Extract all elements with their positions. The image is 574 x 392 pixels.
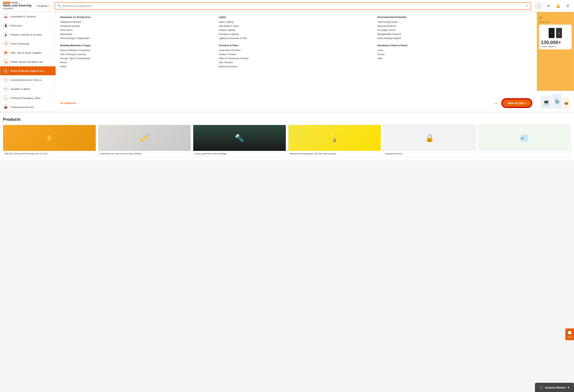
- shop-illustration: 💻 🏪 📦: [539, 94, 572, 109]
- product-icon-2: 🔦: [235, 134, 244, 142]
- sidebar-item-automobile[interactable]: 🚗 Automobile & Transport ›: [0, 12, 56, 21]
- sidebar-label-automobile: Automobile & Transport: [11, 15, 50, 18]
- sidebar-arrow-industrial: ›: [52, 79, 53, 81]
- product-label-0: 60w DALI DT8 and DT6 Dimming 24v 12V 2.5…: [3, 151, 96, 157]
- mail-button[interactable]: ✉: [545, 2, 552, 9]
- dropdown-item-0-1-3[interactable]: Mirrors: [60, 60, 215, 65]
- cart-button[interactable]: 🛒: [535, 2, 542, 9]
- view-all-button[interactable]: View All (34) >: [502, 99, 532, 107]
- sidebar-item-home[interactable]: 🏠 Home Products, Lights & Co... ›: [0, 66, 56, 75]
- menu-button[interactable]: ☰: [564, 2, 571, 9]
- sidebar-item-food[interactable]: 🍜 Food & Beverage ›: [0, 39, 56, 48]
- products-dropdown[interactable]: Products ▼: [35, 3, 52, 9]
- sidebar-label-jewellery: Jewellery & Watch: [11, 88, 50, 91]
- dropdown-section-title-2-1: Hardwares (Tools & Parts): [377, 44, 532, 47]
- product-card-2[interactable]: 🔦 Strong Light Power Bank Flashlight: [193, 125, 286, 157]
- dropdown-content: Homeware & Lifestyle Ess...Tableware & B…: [56, 12, 537, 112]
- dropdown-arrow-icon: ▼: [48, 5, 50, 7]
- hktdc-badge: HKTDC: [3, 2, 10, 4]
- product-icon-1: 🎺: [140, 134, 149, 142]
- dropdown-item-2-0-2[interactable]: Air Quality Control: [377, 28, 532, 32]
- sidebar-label-industrial: Industrial Machinery, Parts &...: [11, 79, 50, 81]
- dropdown-section-0-0: Homeware & Lifestyle Ess...Tableware & B…: [60, 16, 215, 40]
- product-image-2: 🔦: [193, 125, 286, 151]
- product-card-4[interactable]: 🔒 Integrated Defense...: [383, 125, 476, 157]
- dropdown-section-title-1-0: Lights: [219, 16, 374, 19]
- dropdown-item-1-0-2[interactable]: Outdoor Lighting: [219, 28, 374, 32]
- sidebar-item-health[interactable]: 💊 Health, Beauty and Baby Care ›: [0, 57, 56, 66]
- sidebar-label-health: Health, Beauty and Baby Care: [11, 60, 50, 63]
- notification-button[interactable]: 🔔: [555, 2, 561, 9]
- dropdown-item-0-1-2[interactable]: Faucets, Taps & Showerheads: [60, 56, 215, 60]
- dropdown-section-title-0-0: Homeware & Lifestyle Ess...: [60, 16, 215, 19]
- product-card-1[interactable]: 🎺 Disposable Ear Probe Cover for Braun I…: [98, 125, 191, 157]
- dropdown-item-0-1-1[interactable]: Tiles, Flooring & Covering: [60, 52, 215, 56]
- dropdown-item-2-0-0[interactable]: Solar Energy Goods: [377, 20, 532, 24]
- dropdown-item-0-0-0[interactable]: Tableware & Barware: [60, 20, 215, 24]
- sidebar-label-fashion: Fashion, Eyewear & Accesso...: [11, 33, 50, 36]
- sidebar-arrow-professional: ›: [52, 106, 53, 108]
- product-label-4: Integrated Defense...: [383, 151, 476, 157]
- dropdown-item-0-0-2[interactable]: Home Décor: [60, 28, 215, 32]
- sidebar-icon-automobile: 🚗: [3, 14, 8, 19]
- sidebar-item-professional[interactable]: 💼 Professional Services ›: [0, 103, 56, 112]
- sidebar-arrow-automobile: ›: [52, 15, 53, 18]
- dropdown-item-1-0-1[interactable]: Light Bulbs & Tubes: [219, 24, 374, 28]
- header: HKTDC HKTDC hktdc.com Sourcing 貿發網採購 Pro…: [0, 0, 574, 12]
- sidebar-arrow-health: ›: [52, 60, 53, 63]
- dropdown-item-1-1-1[interactable]: Outdoor Furniture: [219, 52, 374, 56]
- dropdown-item-1-1-4[interactable]: Bedroom Furniture: [219, 65, 374, 69]
- dropdown-section-1-1: Furniture & PartsLiving Room FurnitureOu…: [219, 44, 374, 69]
- all-categories-link[interactable]: All Categories: [60, 102, 76, 104]
- dropdown-item-2-1-2[interactable]: Nails: [377, 56, 532, 60]
- dropdown-item-1-1-3[interactable]: Kids' Furniture: [219, 60, 374, 65]
- dropdown-item-1-0-4[interactable]: Lighting Accessories & Parts: [219, 36, 374, 40]
- search-clear-icon[interactable]: ✕: [526, 4, 529, 8]
- sidebar-icon-electronics: 📱: [3, 23, 8, 28]
- banner-bottom: 💻 🏪 📦: [537, 91, 574, 112]
- sidebar-label-gifts: Gifts, Toys & Sports Supplies: [11, 51, 50, 54]
- sidebar-item-printing[interactable]: 🖨 Printing & Packaging, Statio... ›: [0, 93, 56, 103]
- sidebar-icon-food: 🍜: [3, 41, 8, 46]
- sidebar-label-home: Home Products, Lights & Co...: [11, 70, 50, 72]
- sidebar-arrow-printing: ›: [52, 97, 53, 99]
- sidebar-item-jewellery[interactable]: 💎 Jewellery & Watch ›: [0, 85, 56, 93]
- dropdown-item-2-1-1[interactable]: Screws: [377, 52, 532, 56]
- arrow-indicator-icon: →: [492, 100, 498, 107]
- dropdown-item-2-0-4[interactable]: Green Building Supplies: [377, 36, 532, 40]
- product-card-3[interactable]: 💡 Waterproof Rechargeable LED Strip Ligh…: [288, 125, 381, 157]
- dropdown-item-0-0-1[interactable]: Household Sundries: [60, 24, 215, 28]
- sidebar-item-electronics[interactable]: 📱 Electronics ›: [0, 21, 56, 30]
- sidebar-icon-industrial: ⚙: [3, 77, 8, 82]
- dropdown-item-2-1-0[interactable]: Locks: [377, 48, 532, 52]
- dropdown-section-title-0-1: Building Materials & Supp...: [60, 44, 215, 47]
- sidebar-icon-gifts: 🎁: [3, 50, 8, 55]
- dropdown-item-1-1-2[interactable]: Office & Commercial Furniture: [219, 56, 374, 60]
- dropdown-item-0-0-4[interactable]: Home Storage & Organization: [60, 36, 215, 40]
- sidebar-item-gifts[interactable]: 🎁 Gifts, Toys & Sports Supplies ›: [0, 48, 56, 57]
- sidebar-arrow-electronics: ›: [52, 24, 53, 27]
- sidebar-item-fashion[interactable]: 👗 Fashion, Eyewear & Accesso... ›: [0, 30, 56, 39]
- sidebar-icon-printing: 🖨: [3, 95, 8, 101]
- product-icon-3: 💡: [330, 134, 339, 142]
- phone-shape-1: 📱: [549, 28, 554, 38]
- dropdown-item-2-0-3[interactable]: Biodegradable Products: [377, 32, 532, 36]
- dropdown-item-2-0-1[interactable]: Recycled Products: [377, 24, 532, 28]
- product-card-5[interactable]: 💨: [478, 125, 571, 157]
- banner-plus: +: [539, 15, 572, 21]
- dropdown-section-1-0: LightsIndoor LightingLight Bulbs & Tubes…: [219, 16, 374, 40]
- dropdown-item-0-1-0[interactable]: Doors & Windows Accessories: [60, 48, 215, 52]
- product-icon-4: 🔒: [425, 134, 434, 142]
- sidebar-label-professional: Professional Services: [11, 106, 50, 109]
- dropdown-item-1-1-0[interactable]: Living Room Furniture: [219, 48, 374, 52]
- dropdown-item-0-0-3[interactable]: Kitchenware: [60, 32, 215, 36]
- sidebar-arrow-gifts: ›: [52, 51, 53, 54]
- dropdown-item-1-0-0[interactable]: Indoor Lighting: [219, 20, 374, 24]
- dropdown-item-1-0-3[interactable]: Emergency Lighting: [219, 32, 374, 36]
- dropdown-section-2-1: Hardwares (Tools & Parts)LocksScrewsNail…: [377, 44, 532, 60]
- search-input[interactable]: [62, 4, 526, 7]
- sidebar-item-industrial[interactable]: ⚙ Industrial Machinery, Parts &... ›: [0, 75, 56, 85]
- dropdown-item-0-1-4[interactable]: Paints: [60, 65, 215, 69]
- banner-side: + ns per year 📱 💻 130,000+ Quality suppl…: [537, 12, 574, 112]
- product-card-0[interactable]: ⚡ 60w DALI DT8 and DT6 Dimming 24v 12V 2…: [3, 125, 96, 157]
